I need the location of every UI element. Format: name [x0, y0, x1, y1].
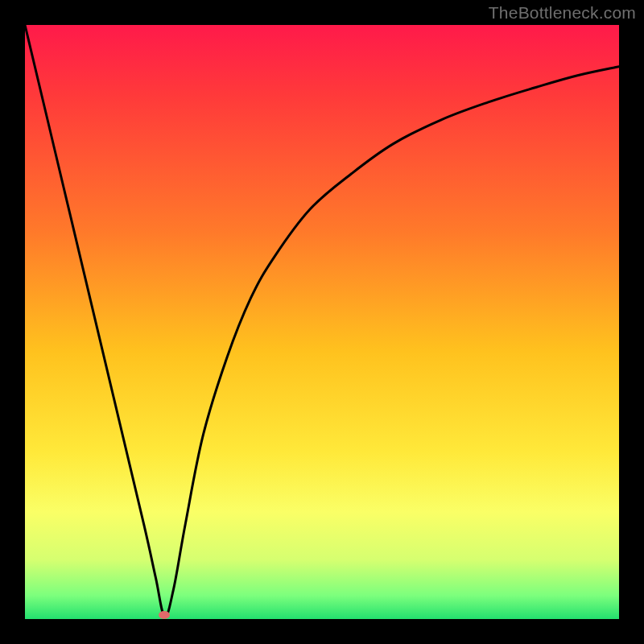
curve-layer — [25, 25, 619, 619]
optimal-point-marker — [159, 611, 170, 619]
watermark-text: TheBottleneck.com — [489, 3, 636, 23]
plot-area — [25, 25, 619, 619]
bottleneck-curve — [25, 25, 619, 617]
chart-frame: TheBottleneck.com — [0, 0, 644, 644]
